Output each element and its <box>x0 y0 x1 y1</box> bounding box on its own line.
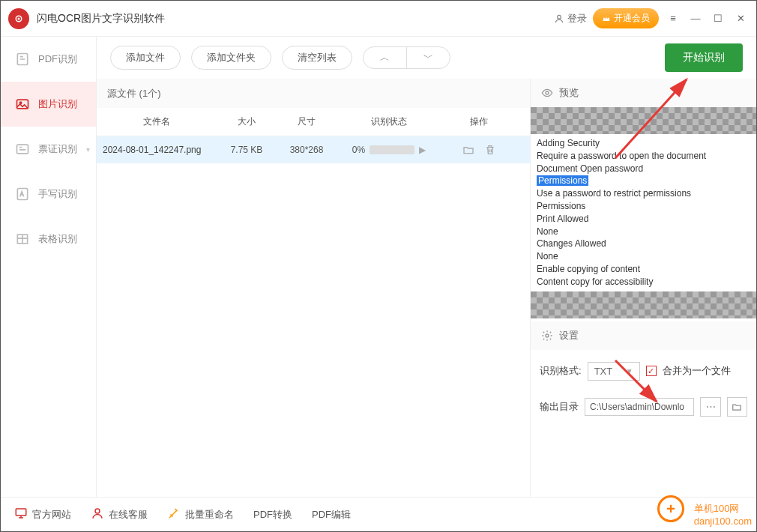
sidebar-item-label: 表格识别 <box>38 232 77 246</box>
close-icon[interactable]: ✕ <box>732 10 749 27</box>
sidebar-item-ticket[interactable]: 票证识别 ▾ <box>1 127 96 172</box>
add-folder-button[interactable]: 添加文件夹 <box>191 46 271 70</box>
footer-site[interactable]: 官方网站 <box>14 507 71 522</box>
checker-bottom <box>531 291 756 318</box>
cell-name: 2024-08-01_142247.png <box>97 137 217 163</box>
cell-dim: 380*268 <box>277 137 337 163</box>
table-row[interactable]: 2024-08-01_142247.png 7.75 KB 380*268 0%… <box>97 136 530 163</box>
col-dim: 尺寸 <box>277 108 337 136</box>
user-icon <box>554 13 564 24</box>
settings-header: 设置 <box>531 321 756 350</box>
preview-text: Adding SecurityRequire a password to ope… <box>531 134 756 291</box>
col-size: 大小 <box>217 108 277 136</box>
sidebar-item-label: 图片识别 <box>38 97 77 111</box>
pdf-icon <box>14 51 31 67</box>
svg-point-1 <box>18 17 20 19</box>
footer-rename[interactable]: 批量重命名 <box>167 507 234 522</box>
add-file-button[interactable]: 添加文件 <box>110 46 181 70</box>
clear-list-button[interactable]: 清空列表 <box>282 46 352 70</box>
sidebar-item-table[interactable]: 表格识别 <box>1 217 96 262</box>
gear-icon <box>541 330 553 342</box>
maximize-icon[interactable]: ☐ <box>710 10 726 27</box>
table-icon <box>14 231 31 247</box>
sidebar-item-pdf[interactable]: PDF识别 <box>1 37 96 82</box>
cell-size: 7.75 KB <box>217 137 277 163</box>
play-icon[interactable]: ▶ <box>419 145 426 155</box>
merge-label: 合并为一个文件 <box>663 364 731 378</box>
footer-pdf-convert[interactable]: PDF转换 <box>253 508 292 522</box>
format-select[interactable]: TXT ▼ <box>588 362 640 381</box>
login-button[interactable]: 登录 <box>554 12 587 25</box>
sidebar-item-label: 手写识别 <box>38 187 77 201</box>
more-button[interactable]: ⋯ <box>700 397 720 417</box>
col-name: 文件名 <box>97 108 217 136</box>
sidebar-item-label: PDF识别 <box>38 52 77 66</box>
minimize-icon[interactable]: — <box>687 10 704 27</box>
col-status: 识别状态 <box>337 108 441 136</box>
image-icon <box>14 96 31 112</box>
progress-bar <box>370 145 414 154</box>
svg-point-9 <box>546 91 549 94</box>
trash-icon[interactable] <box>484 144 496 156</box>
chevron-down-icon: ▾ <box>86 145 90 154</box>
support-icon <box>91 507 104 522</box>
sidebar-item-image[interactable]: 图片识别 <box>1 82 96 127</box>
table-header: 文件名 大小 尺寸 识别状态 操作 <box>97 108 530 136</box>
col-op: 操作 <box>441 108 516 136</box>
nav-group: ︿ ﹀ <box>363 46 450 69</box>
nav-up-button[interactable]: ︿ <box>364 47 407 68</box>
menu-icon[interactable]: ≡ <box>665 10 681 27</box>
ticket-icon <box>14 141 31 157</box>
preview-header: 预览 <box>531 79 756 107</box>
sidebar-item-label: 票证识别 <box>38 142 77 156</box>
footer-support[interactable]: 在线客服 <box>91 507 148 522</box>
outdir-input[interactable]: C:\Users\admin\Downlo <box>585 398 694 416</box>
handwrite-icon <box>14 186 31 202</box>
checker-top <box>531 107 756 134</box>
progress-text: 0% <box>352 145 365 155</box>
crown-icon <box>602 14 611 23</box>
chevron-down-icon: ▼ <box>626 367 633 375</box>
start-recognition-button[interactable]: 开始识别 <box>665 43 743 72</box>
merge-checkbox[interactable]: ✓ <box>646 366 657 376</box>
outdir-label: 输出目录 <box>540 400 579 414</box>
watermark-bubble: + <box>657 495 684 522</box>
svg-rect-11 <box>16 509 26 516</box>
svg-point-10 <box>546 334 549 337</box>
eye-icon <box>541 87 553 99</box>
nav-down-button[interactable]: ﹀ <box>407 47 450 68</box>
sidebar-item-handwrite[interactable]: 手写识别 <box>1 172 96 217</box>
app-logo <box>8 8 29 29</box>
svg-point-12 <box>95 509 100 513</box>
folder-icon[interactable] <box>462 144 475 156</box>
open-folder-button[interactable] <box>727 397 747 417</box>
footer-pdf-edit[interactable]: PDF编辑 <box>312 508 351 522</box>
app-title: 闪电OCR图片文字识别软件 <box>37 12 554 25</box>
wand-icon <box>167 507 181 522</box>
sidebar: PDF识别 图片识别 票证识别 ▾ 手写识别 表格识别 <box>1 37 97 497</box>
svg-point-2 <box>558 15 561 19</box>
source-header: 源文件 (1个) <box>97 79 530 108</box>
format-label: 识别格式: <box>540 364 582 378</box>
monitor-icon <box>14 507 28 522</box>
vip-button[interactable]: 开通会员 <box>593 8 659 28</box>
watermark: 单机100网danji100.com <box>694 502 752 527</box>
